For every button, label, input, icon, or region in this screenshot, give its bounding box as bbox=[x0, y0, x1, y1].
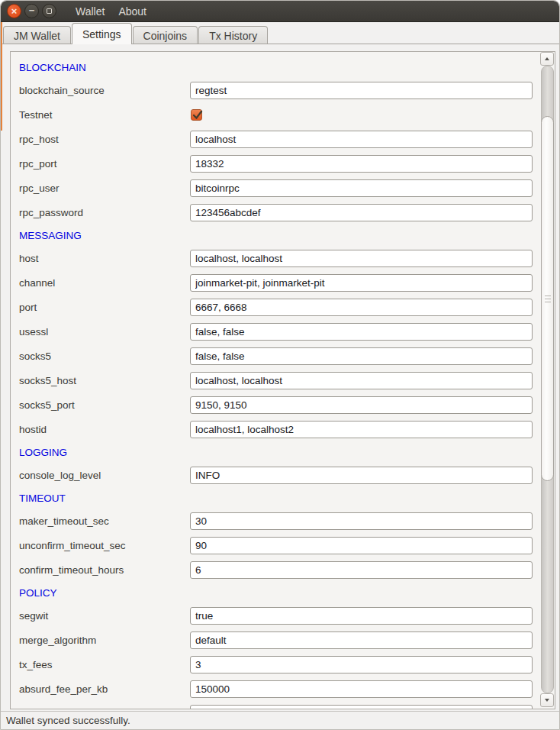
setting-label: port bbox=[19, 302, 190, 313]
tab-tx-history[interactable]: Tx History bbox=[198, 26, 268, 44]
setting-label: absurd_fee_per_kb bbox=[19, 683, 190, 695]
maximize-button[interactable] bbox=[42, 4, 56, 18]
input-socks5_host[interactable] bbox=[190, 372, 533, 389]
input-merge_algorithm[interactable] bbox=[190, 631, 533, 649]
setting-row: hostid bbox=[11, 417, 538, 441]
setting-row: socks5_port bbox=[11, 392, 538, 417]
setting-label: confirm_timeout_hours bbox=[19, 564, 190, 576]
input-confirm_timeout_hours[interactable] bbox=[190, 561, 533, 579]
input-blockchain_source[interactable] bbox=[190, 82, 533, 99]
setting-row: rpc_host bbox=[11, 127, 538, 151]
scrollbar-vertical[interactable] bbox=[539, 52, 555, 709]
input-unconfirm_timeout_sec[interactable] bbox=[190, 537, 533, 554]
setting-row: unconfirm_timeout_sec bbox=[11, 533, 538, 557]
setting-label: Testnet bbox=[19, 109, 190, 121]
setting-label: socks5_host bbox=[19, 375, 190, 386]
setting-row: rpc_port bbox=[11, 151, 538, 176]
minimize-icon: − bbox=[29, 5, 35, 15]
close-button[interactable]: × bbox=[7, 4, 21, 18]
input-port[interactable] bbox=[190, 299, 533, 316]
input-usessl[interactable] bbox=[190, 323, 533, 341]
setting-label: rpc_password bbox=[19, 207, 190, 218]
setting-label: socks5_port bbox=[19, 399, 190, 411]
setting-row: socks5_host bbox=[11, 368, 538, 392]
scrollbar-thumb[interactable] bbox=[541, 116, 554, 481]
setting-label: channel bbox=[19, 277, 190, 289]
grip-icon bbox=[545, 296, 551, 296]
setting-row: segwit bbox=[11, 603, 538, 628]
scrollbar-up-button[interactable] bbox=[540, 52, 554, 66]
setting-label: merge_algorithm bbox=[19, 635, 190, 646]
section-header-logging: LOGGING bbox=[11, 441, 538, 463]
setting-row: channel bbox=[11, 270, 538, 295]
arrow-up-icon bbox=[545, 57, 549, 60]
input-host[interactable] bbox=[190, 250, 533, 267]
input-hostid[interactable] bbox=[190, 421, 533, 438]
setting-row: merge_algorithm bbox=[11, 628, 538, 652]
scrollbar-track[interactable] bbox=[541, 66, 554, 693]
setting-row bbox=[11, 701, 538, 709]
setting-row: host bbox=[11, 246, 538, 270]
menubar: Wallet About bbox=[69, 5, 153, 18]
setting-row: rpc_password bbox=[11, 200, 538, 224]
setting-row: maker_timeout_sec bbox=[11, 509, 538, 533]
setting-label: unconfirm_timeout_sec bbox=[19, 540, 190, 551]
section-header-timeout: TIMEOUT bbox=[11, 487, 538, 509]
setting-row: confirm_timeout_hours bbox=[11, 557, 538, 582]
input-rpc_user[interactable] bbox=[190, 179, 533, 197]
setting-label: segwit bbox=[19, 610, 190, 622]
window-edge-accent bbox=[1, 22, 2, 131]
minimize-button[interactable]: − bbox=[24, 4, 39, 18]
tab-coinjoins[interactable]: Coinjoins bbox=[133, 26, 198, 44]
menu-wallet[interactable]: Wallet bbox=[69, 5, 111, 18]
input-console_log_level[interactable] bbox=[190, 467, 533, 484]
input-partial[interactable] bbox=[190, 705, 533, 710]
tab-settings[interactable]: Settings bbox=[72, 23, 132, 44]
setting-label: rpc_host bbox=[19, 134, 190, 145]
menu-about[interactable]: About bbox=[111, 5, 153, 18]
maximize-icon bbox=[47, 8, 52, 14]
setting-row: usessl bbox=[11, 319, 538, 344]
scrollbar-down-button[interactable] bbox=[540, 693, 554, 707]
setting-label: hostid bbox=[19, 424, 190, 435]
settings-form: BLOCKCHAINblockchain_sourceTestnetrpc_ho… bbox=[11, 52, 538, 709]
setting-row: port bbox=[11, 295, 538, 319]
setting-row: tx_fees bbox=[11, 652, 538, 677]
tab-bar: JM WalletSettingsCoinjoinsTx History bbox=[1, 22, 559, 44]
arrow-down-icon bbox=[545, 699, 549, 702]
input-rpc_host[interactable] bbox=[190, 131, 533, 148]
setting-row: Testnet bbox=[11, 102, 538, 127]
checkbox-testnet[interactable] bbox=[191, 109, 202, 121]
section-header-policy: POLICY bbox=[11, 582, 538, 603]
setting-row: console_log_level bbox=[11, 463, 538, 487]
status-bar: Wallet synced successfully. bbox=[1, 711, 559, 729]
input-maker_timeout_sec[interactable] bbox=[190, 512, 533, 530]
input-tx_fees[interactable] bbox=[190, 656, 533, 673]
input-rpc_port[interactable] bbox=[190, 155, 533, 173]
input-socks5[interactable] bbox=[190, 347, 533, 365]
settings-scroll-area: BLOCKCHAINblockchain_sourceTestnetrpc_ho… bbox=[10, 51, 555, 709]
input-socks5_port[interactable] bbox=[190, 396, 533, 414]
setting-row: blockchain_source bbox=[11, 78, 538, 102]
wallet-window: × − Wallet About JM WalletSettingsCoinjo… bbox=[0, 0, 560, 730]
tabs: JM WalletSettingsCoinjoinsTx History bbox=[3, 23, 269, 44]
input-segwit[interactable] bbox=[190, 607, 533, 625]
setting-label: socks5 bbox=[19, 350, 190, 362]
setting-label: console_log_level bbox=[19, 470, 190, 481]
setting-row: socks5 bbox=[11, 344, 538, 368]
setting-row: rpc_user bbox=[11, 176, 538, 200]
setting-label: usessl bbox=[19, 326, 190, 338]
input-rpc_password[interactable] bbox=[190, 204, 533, 221]
section-header-blockchain: BLOCKCHAIN bbox=[11, 57, 538, 78]
close-icon: × bbox=[11, 6, 18, 16]
input-channel[interactable] bbox=[190, 274, 533, 292]
setting-label: host bbox=[19, 253, 190, 264]
setting-row: absurd_fee_per_kb bbox=[11, 677, 538, 701]
status-message: Wallet synced successfully. bbox=[6, 715, 130, 726]
titlebar: × − Wallet About bbox=[1, 1, 559, 22]
setting-label: maker_timeout_sec bbox=[19, 515, 190, 527]
input-absurd_fee_per_kb[interactable] bbox=[190, 680, 533, 698]
setting-label: tx_fees bbox=[19, 659, 190, 670]
tab-jm-wallet[interactable]: JM Wallet bbox=[3, 26, 71, 44]
setting-label: rpc_port bbox=[19, 158, 190, 170]
